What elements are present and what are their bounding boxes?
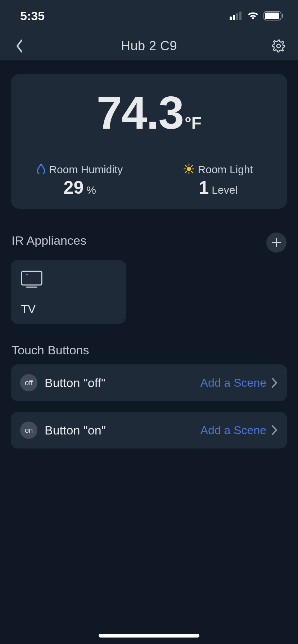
ir-section-header: IR Appliances: [11, 228, 287, 253]
sensor-card[interactable]: 74.3 °F Room Humidity 29 %: [11, 74, 287, 209]
home-indicator[interactable]: [99, 634, 199, 638]
plus-icon: [272, 238, 281, 247]
appliance-label: TV: [21, 303, 116, 316]
light-label: Room Light: [198, 164, 253, 176]
sun-icon: [184, 164, 194, 176]
touch-label: Button "off": [45, 376, 200, 390]
humidity-block: Room Humidity 29 %: [11, 164, 149, 198]
touch-badge-off: off: [20, 374, 37, 391]
content: 74.3 °F Room Humidity 29 %: [0, 60, 298, 448]
gear-icon: [271, 39, 286, 53]
page-title: Hub 2 C9: [121, 38, 177, 54]
status-time: 5:35: [20, 9, 45, 23]
light-unit: Level: [212, 184, 238, 196]
svg-line-14: [191, 171, 193, 172]
sensor-bottom: Room Humidity 29 %: [11, 154, 287, 209]
touch-section-title: Touch Buttons: [12, 343, 89, 357]
tv-icon: TV: [21, 271, 116, 290]
svg-rect-1: [233, 15, 235, 20]
chevron-left-icon: [15, 39, 24, 53]
cellular-icon: [230, 12, 243, 20]
chevron-right-icon: [271, 425, 278, 436]
light-block: Room Light 1 Level: [149, 164, 288, 198]
svg-rect-5: [265, 13, 279, 19]
svg-rect-3: [239, 12, 241, 20]
ir-section-title: IR Appliances: [12, 234, 86, 248]
touch-section-header: Touch Buttons: [11, 343, 287, 357]
add-scene-link[interactable]: Add a Scene: [200, 376, 266, 390]
svg-text:TV: TV: [24, 273, 28, 276]
svg-point-7: [277, 44, 280, 48]
droplet-icon: [37, 164, 45, 176]
touch-button-off[interactable]: off Button "off" Add a Scene: [11, 364, 287, 401]
appliance-tile-tv[interactable]: TV TV: [11, 260, 126, 324]
status-indicators: [230, 11, 284, 20]
touch-label: Button "on": [45, 423, 200, 437]
add-appliance-button[interactable]: [266, 233, 286, 253]
touch-badge-on: on: [20, 422, 37, 439]
light-value: 1: [199, 177, 209, 198]
svg-line-15: [185, 171, 186, 172]
temperature-unit: °F: [185, 113, 202, 133]
wifi-icon: [247, 12, 259, 20]
nav-header: Hub 2 C9: [0, 32, 298, 60]
svg-rect-6: [282, 14, 283, 18]
temperature-value: 74.3: [96, 90, 183, 136]
appliance-row: TV TV: [11, 260, 287, 324]
humidity-value: 29: [64, 177, 84, 198]
add-scene-link[interactable]: Add a Scene: [200, 424, 266, 437]
humidity-unit: %: [86, 184, 96, 196]
status-bar: 5:35: [0, 0, 298, 32]
svg-line-16: [191, 165, 193, 166]
temperature-row: 74.3 °F: [11, 74, 287, 154]
svg-line-13: [185, 165, 186, 166]
svg-rect-0: [230, 17, 232, 20]
back-button[interactable]: [11, 37, 28, 55]
chevron-right-icon: [271, 377, 278, 388]
battery-icon: [263, 11, 284, 20]
humidity-label: Room Humidity: [49, 164, 123, 176]
settings-button[interactable]: [270, 37, 287, 55]
touch-button-on[interactable]: on Button "on" Add a Scene: [11, 412, 287, 448]
svg-point-8: [187, 167, 191, 171]
touch-button-list: off Button "off" Add a Scene on Button "…: [11, 364, 287, 448]
svg-rect-2: [236, 13, 238, 20]
